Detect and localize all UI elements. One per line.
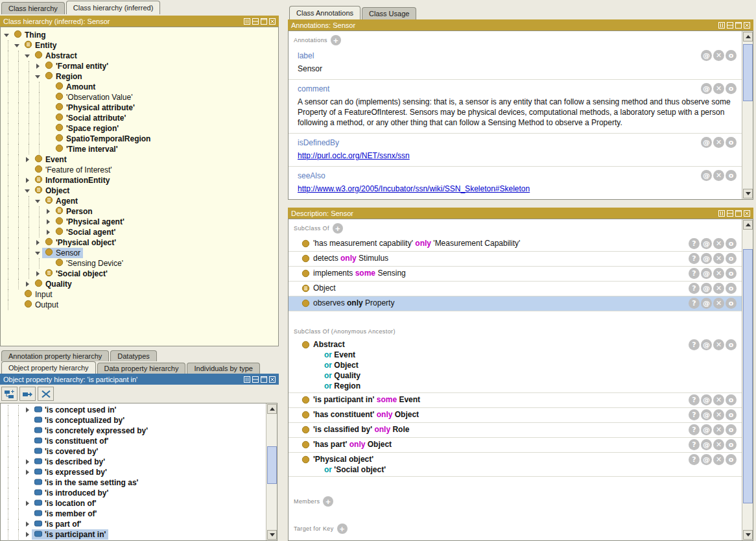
collapse-arrow-icon[interactable] [34, 71, 42, 82]
property-node[interactable]: 'is expressed by' [32, 467, 110, 477]
annotate-button[interactable]: @ [701, 454, 712, 465]
tab-class-usage[interactable]: Class Usage [362, 7, 416, 19]
annotate-button[interactable]: @ [701, 394, 712, 405]
tree-row[interactable]: Object [1, 186, 278, 196]
tree-row[interactable]: Person [1, 206, 278, 217]
property-row[interactable]: 'is location of' [1, 498, 265, 509]
expand-arrow-icon[interactable] [45, 227, 53, 237]
delete-button[interactable]: ✕ [713, 238, 724, 249]
tree-node[interactable]: 'Social object' [42, 269, 110, 279]
scroll-up-button[interactable] [267, 404, 277, 414]
tab-class-hierarchy-inferred-[interactable]: Class hierarchy (inferred) [66, 1, 160, 14]
close-icon[interactable] [744, 22, 750, 29]
tree-row[interactable]: InformationEntity [1, 175, 278, 186]
expand-arrow-icon[interactable] [45, 217, 53, 227]
property-row[interactable]: 'is described by' [1, 457, 265, 467]
delete-button[interactable]: ✕ [713, 409, 724, 420]
scroll-down-button[interactable] [267, 530, 277, 540]
scrollbar-thumb[interactable] [743, 44, 753, 101]
tree-row[interactable]: Quality [1, 279, 278, 289]
delete-button[interactable]: ✕ [713, 83, 724, 94]
add-axiom-button[interactable]: + [323, 496, 333, 507]
delete-button[interactable]: ✕ [713, 253, 724, 264]
tree-row[interactable]: 'Physical attribute' [1, 102, 278, 113]
description-row[interactable]: 'has measurement capability' only 'Measu… [289, 237, 742, 252]
tree-row[interactable]: 'Social object' [1, 269, 278, 279]
horizontal-split-icon[interactable] [252, 376, 259, 383]
expand-arrow-icon[interactable] [24, 529, 32, 540]
tree-node[interactable]: 'Time interval' [53, 144, 121, 154]
description-row[interactable]: 'has constituent' only Object?@✕o [289, 408, 742, 423]
annotate-button[interactable]: @ [701, 268, 712, 279]
tab-individuals-by-type[interactable]: Individuals by type [187, 363, 260, 374]
description-row[interactable]: observes only Property?@✕o [289, 296, 742, 311]
delete-button[interactable]: ✕ [713, 339, 724, 350]
expand-arrow-icon[interactable] [34, 237, 42, 248]
tab-class-hierarchy[interactable]: Class hierarchy [1, 2, 65, 14]
annotate-button[interactable]: @ [701, 253, 712, 264]
expand-arrow-icon[interactable] [24, 175, 32, 186]
tree-node[interactable]: Abstract [32, 51, 80, 61]
expand-arrow-icon[interactable] [45, 206, 53, 217]
explain-button[interactable]: ? [689, 283, 700, 294]
annotate-button[interactable]: @ [701, 439, 712, 450]
tree-node[interactable]: 'Observation Value' [53, 92, 135, 102]
property-node[interactable]: 'is constituent of' [32, 436, 111, 446]
explain-button[interactable]: ? [689, 268, 700, 279]
tree-row[interactable]: 'Space region' [1, 123, 278, 134]
scroll-down-button[interactable] [743, 530, 753, 540]
collapse-arrow-icon[interactable] [24, 186, 32, 196]
edit-button[interactable]: o [726, 454, 737, 465]
tab-datatypes[interactable]: Datatypes [110, 350, 157, 361]
tree-row[interactable]: 'Feature of Interest' [1, 165, 278, 175]
collapse-arrow-icon[interactable] [34, 248, 42, 258]
float-icon[interactable] [718, 22, 725, 29]
expand-arrow-icon[interactable] [24, 279, 32, 289]
tree-node[interactable]: 'Physical attribute' [53, 102, 137, 113]
explain-button[interactable]: ? [689, 454, 700, 465]
edit-button[interactable]: o [726, 439, 737, 450]
property-row[interactable]: 'is concretely expressed by' [1, 426, 265, 436]
property-row[interactable]: 'is concept used in' [1, 405, 265, 415]
tree-row[interactable]: 'Social agent' [1, 227, 278, 237]
property-row[interactable]: 'is covered by' [1, 446, 265, 457]
annotations-scrollbar[interactable] [742, 31, 753, 199]
property-node[interactable]: 'is covered by' [32, 446, 100, 457]
description-row[interactable]: implements some Sensing?@✕o [289, 267, 742, 282]
annotate-button[interactable]: @ [701, 409, 712, 420]
scroll-up-button[interactable] [743, 32, 753, 42]
explain-button[interactable]: ? [689, 298, 700, 309]
tree-row[interactable]: Entity [1, 40, 278, 51]
scroll-up-button[interactable] [743, 220, 753, 230]
float-icon[interactable] [244, 18, 250, 25]
collapse-arrow-icon[interactable] [24, 51, 32, 61]
scrollbar-thumb[interactable] [267, 446, 277, 484]
tree-row[interactable]: 'Social attribute' [1, 113, 278, 123]
close-icon[interactable] [269, 376, 276, 383]
description-row[interactable]: 'Physical object'or 'Social object'?@✕o [289, 453, 742, 477]
tree-node[interactable]: 'Social attribute' [53, 113, 128, 123]
edit-button[interactable]: o [726, 268, 737, 279]
explain-button[interactable]: ? [689, 424, 700, 435]
edit-button[interactable]: o [726, 394, 737, 405]
delete-button[interactable]: ✕ [713, 50, 724, 61]
expand-arrow-icon[interactable] [24, 467, 32, 477]
expand-arrow-icon[interactable] [34, 61, 42, 71]
tree-row[interactable]: 'Physical object' [1, 237, 278, 248]
tab-class-annotations[interactable]: Class Annotations [289, 6, 360, 19]
tree-node[interactable]: Input [21, 289, 55, 300]
tree-node[interactable]: 'Feature of Interest' [32, 165, 115, 175]
edit-button[interactable]: o [726, 83, 737, 94]
tree-node[interactable]: Region [42, 71, 85, 82]
annotate-button[interactable]: @ [701, 238, 712, 249]
edit-button[interactable]: o [726, 50, 737, 61]
tree-node[interactable]: Output [21, 300, 61, 310]
property-row[interactable]: 'is part of' [1, 519, 265, 529]
property-row[interactable]: 'is expressed by' [1, 467, 265, 477]
description-scrollbar[interactable] [742, 219, 753, 540]
tree-row[interactable]: 'Sensing Device' [1, 258, 278, 269]
property-node[interactable]: 'is conceptualized by' [32, 415, 127, 426]
float-icon[interactable] [244, 376, 250, 383]
maximize-icon[interactable] [261, 18, 267, 25]
delete-button[interactable]: ✕ [713, 298, 724, 309]
